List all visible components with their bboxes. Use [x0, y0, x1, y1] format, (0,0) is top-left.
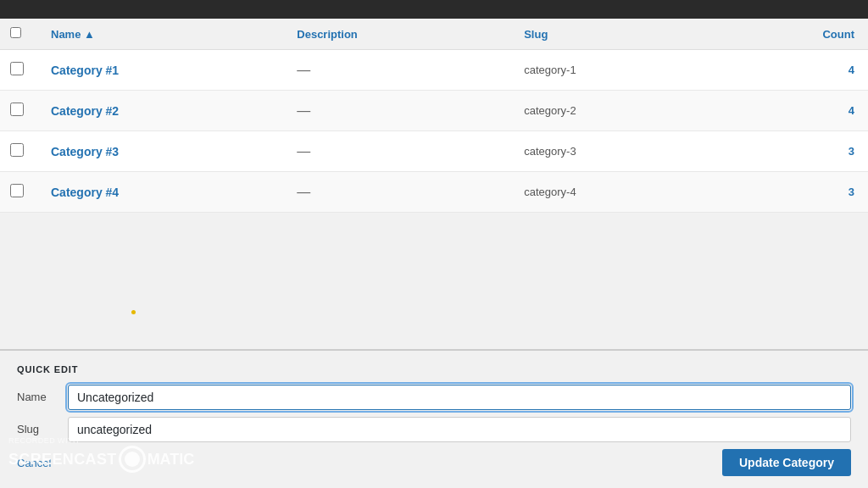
- row-checkbox[interactable]: [10, 184, 24, 197]
- table-row: Category #1 — category-1 4: [0, 50, 868, 91]
- watermark-row: SCREENCAST MATIC: [8, 446, 194, 473]
- row-checkbox-cell: [0, 131, 37, 172]
- update-category-button[interactable]: Update Category: [722, 449, 851, 476]
- categories-table: Name ▲ Description Slug Count: [0, 19, 868, 213]
- row-count-cell: 4: [715, 50, 868, 91]
- name-label: Name: [17, 385, 68, 403]
- row-name-cell: Category #4: [37, 172, 283, 213]
- row-slug-value: category-2: [524, 104, 576, 117]
- table-header-row: Name ▲ Description Slug Count: [0, 19, 868, 50]
- row-count-value: 4: [729, 104, 854, 117]
- watermark-top-text: RECORDED WITH: [8, 436, 194, 445]
- row-count-cell: 4: [715, 91, 868, 131]
- row-slug-value: category-1: [524, 64, 576, 76]
- name-input-wrap: [68, 385, 851, 410]
- category-name-link[interactable]: Category #2: [51, 104, 119, 118]
- description-header: Description: [283, 19, 510, 50]
- row-slug-value: category-4: [524, 186, 576, 198]
- row-checkbox[interactable]: [10, 143, 24, 157]
- row-description-value: —: [297, 185, 310, 199]
- row-count-cell: 3: [715, 131, 868, 172]
- row-checkbox-cell: [0, 50, 37, 91]
- watermark-circle-icon: [119, 446, 146, 473]
- select-all-checkbox[interactable]: [10, 27, 21, 38]
- row-count-value: 4: [729, 64, 854, 76]
- slug-header: Slug: [510, 19, 715, 50]
- row-slug-cell: category-2: [510, 91, 715, 131]
- watermark-block: RECORDED WITH SCREENCAST MATIC: [8, 436, 194, 473]
- row-description-value: —: [297, 103, 310, 118]
- row-checkbox-cell: [0, 172, 37, 213]
- row-description-cell: —: [283, 131, 510, 172]
- row-checkbox[interactable]: [10, 103, 24, 116]
- table-row: Category #2 — category-2 4: [0, 91, 868, 131]
- category-name-link[interactable]: Category #4: [51, 186, 119, 199]
- row-slug-cell: category-4: [510, 172, 715, 213]
- watermark-inner-circle: [125, 452, 140, 467]
- table-container: Name ▲ Description Slug Count: [0, 19, 868, 349]
- row-slug-value: category-3: [524, 145, 576, 158]
- yellow-dot-indicator: [131, 310, 136, 314]
- row-slug-cell: category-1: [510, 50, 715, 91]
- slug-header-label: Slug: [524, 28, 548, 41]
- row-checkbox-cell: [0, 91, 37, 131]
- name-header[interactable]: Name ▲: [37, 19, 283, 50]
- row-name-cell: Category #1: [37, 50, 283, 91]
- screencast-watermark: RECORDED WITH SCREENCAST MATIC: [8, 436, 194, 473]
- count-header-label: Count: [822, 28, 854, 41]
- name-header-label: Name ▲: [51, 28, 95, 41]
- quick-edit-title: QUICK EDIT: [17, 364, 851, 374]
- row-description-value: —: [297, 63, 310, 77]
- row-description-cell: —: [283, 172, 510, 213]
- category-name-link[interactable]: Category #1: [51, 64, 119, 77]
- row-name-cell: Category #3: [37, 131, 283, 172]
- name-row: Name: [17, 385, 851, 410]
- table-row: Category #4 — category-4 3: [0, 172, 868, 213]
- top-bar: [0, 0, 868, 19]
- main-content: Name ▲ Description Slug Count: [0, 19, 868, 488]
- category-name-link[interactable]: Category #3: [51, 145, 119, 158]
- row-description-cell: —: [283, 91, 510, 131]
- name-input[interactable]: [68, 385, 851, 410]
- row-description-cell: —: [283, 50, 510, 91]
- row-slug-cell: category-3: [510, 131, 715, 172]
- watermark-matic-text: MATIC: [147, 451, 195, 469]
- description-header-label: Description: [297, 28, 358, 41]
- count-header: Count: [715, 19, 868, 50]
- row-description-value: —: [297, 144, 310, 158]
- table-row: Category #3 — category-3 3: [0, 131, 868, 172]
- row-count-cell: 3: [715, 172, 868, 213]
- checkbox-header-cell: [0, 19, 37, 50]
- slug-label: Slug: [17, 417, 68, 435]
- row-checkbox[interactable]: [10, 62, 24, 75]
- row-count-value: 3: [729, 145, 854, 158]
- row-name-cell: Category #2: [37, 91, 283, 131]
- watermark-screencast-text: SCREENCAST: [8, 451, 117, 469]
- row-count-value: 3: [729, 186, 854, 198]
